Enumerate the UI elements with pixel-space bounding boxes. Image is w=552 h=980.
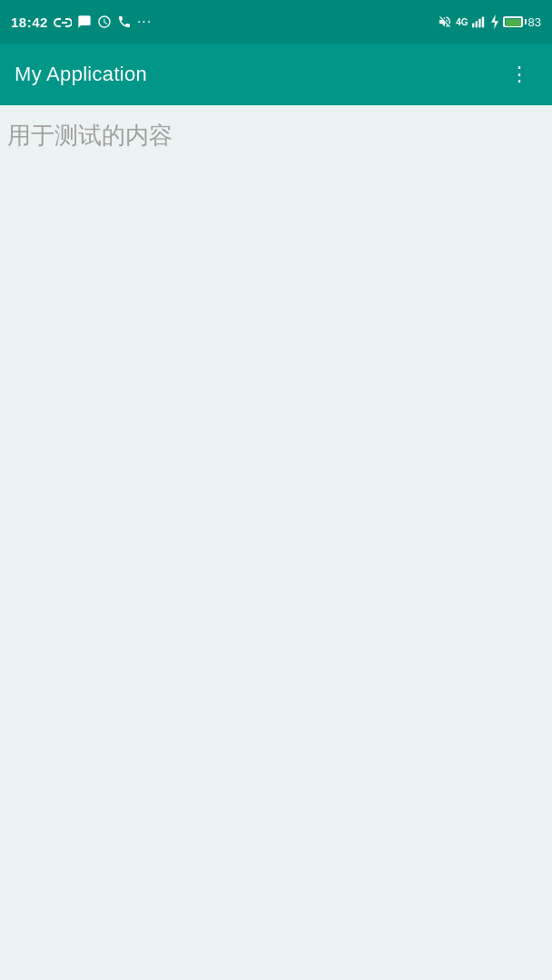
svg-marker-4 xyxy=(491,15,498,29)
svg-rect-0 xyxy=(472,24,474,28)
phone-icon xyxy=(117,15,132,29)
charging-icon xyxy=(490,15,499,29)
network-type-icon: 4G xyxy=(456,17,468,27)
battery-container: 83 xyxy=(503,15,541,29)
status-bar-left: 18:42 ··· xyxy=(11,14,152,30)
link-icon xyxy=(54,15,72,28)
svg-rect-3 xyxy=(481,16,483,27)
mute-icon xyxy=(438,15,452,29)
app-bar: My Application ⋮ xyxy=(0,44,552,105)
content-area: 用于测试的内容 xyxy=(0,105,552,980)
clock-icon xyxy=(97,15,112,29)
signal-bars-icon xyxy=(472,15,487,28)
status-bar-right: 4G 83 xyxy=(438,15,541,29)
status-bar: 18:42 ··· 4G xyxy=(0,0,552,44)
chat-icon xyxy=(77,15,92,29)
svg-rect-2 xyxy=(478,19,480,28)
more-status-icon: ··· xyxy=(137,14,152,30)
battery-level: 83 xyxy=(528,15,541,29)
overflow-menu-button[interactable]: ⋮ xyxy=(502,55,537,93)
svg-rect-1 xyxy=(475,21,477,27)
content-text: 用于测试的内容 xyxy=(7,122,172,149)
status-time: 18:42 xyxy=(11,15,48,30)
app-bar-title: My Application xyxy=(15,63,147,86)
